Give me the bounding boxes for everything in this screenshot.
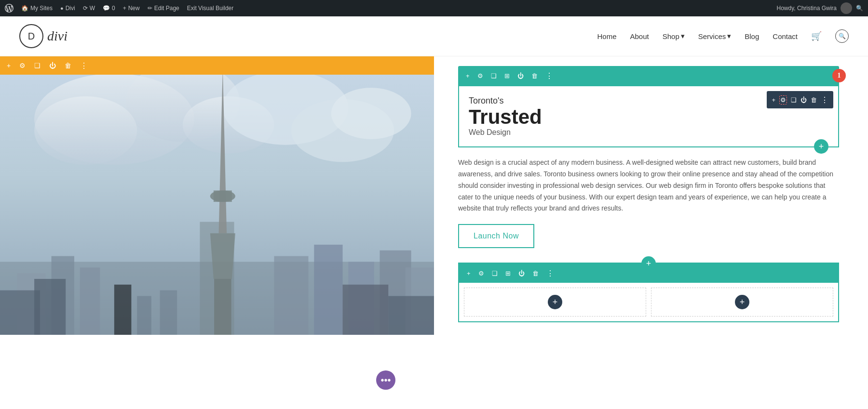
row-add-button[interactable]: + <box>5 61 13 70</box>
edit-page-link[interactable]: ✏ Edit Page <box>148 5 179 12</box>
admin-bar: 🏠 My Sites ● Divi ⟳ W 💬 0 + New ✏ Edit P… <box>0 0 868 16</box>
admin-bar-right: Howdy, Christina Gwira 🔍 <box>777 2 863 14</box>
dots-module-icon: ⋮ <box>821 95 828 105</box>
svg-point-3 <box>34 96 137 165</box>
row-toolbar-orange: + ⚙ ❑ ⏻ 🗑 ⋮ <box>0 56 434 75</box>
gear-btm-icon: ⚙ <box>478 270 484 277</box>
launch-now-button[interactable]: Launch Now <box>458 224 534 248</box>
floating-menu-button[interactable]: ••• <box>376 370 395 390</box>
module-trash-button[interactable]: 🗑 <box>811 96 817 104</box>
module-more-button[interactable]: ⋮ <box>821 95 828 105</box>
svg-rect-15 <box>214 190 232 202</box>
module-settings-button[interactable]: ⚙ <box>779 95 787 105</box>
plus-col2-icon: + <box>740 297 745 307</box>
dots-btm-icon: ⋮ <box>546 269 554 278</box>
teal-copy-button[interactable]: ❑ <box>489 71 499 80</box>
house-icon: 🏠 <box>21 5 28 12</box>
site-logo[interactable]: D divi <box>19 24 68 48</box>
teal-power-button[interactable]: ⏻ <box>515 71 526 80</box>
nav-search-button[interactable]: 🔍 <box>835 29 849 43</box>
grid-btm-icon: ⊞ <box>505 270 511 277</box>
nav-about[interactable]: About <box>630 32 649 40</box>
cart-icon[interactable]: 🛒 <box>811 31 822 41</box>
copy-module-icon: ❑ <box>791 96 797 104</box>
module-copy-button[interactable]: ❑ <box>791 96 797 104</box>
nav-services[interactable]: Services ▾ <box>698 32 732 40</box>
row-clone-button[interactable]: ❑ <box>32 61 42 70</box>
nav-blog[interactable]: Blog <box>745 32 759 40</box>
plus-module-icon: + <box>772 96 775 104</box>
right-section: + ⚙ ❑ ⊞ ⏻ 🗑 ⋮ <box>434 56 868 409</box>
comment-icon: 💬 <box>103 5 110 12</box>
site-navigation: Home About Shop ▾ Services ▾ Blog Contac… <box>597 29 849 43</box>
chevron-down-services-icon: ▾ <box>727 32 731 40</box>
exit-visual-builder[interactable]: Exit Visual Builder <box>187 5 234 12</box>
my-sites-menu[interactable]: 🏠 My Sites <box>21 5 53 12</box>
btm-copy-button[interactable]: ❑ <box>490 269 500 278</box>
add-row-top-button[interactable]: + <box>641 256 656 271</box>
search-icon: 🔍 <box>839 33 846 40</box>
section-row-wrapper: + ⚙ ❑ ⊞ ⏻ 🗑 ⋮ <box>458 66 839 147</box>
dots-icon: ⋮ <box>80 61 88 70</box>
row-settings-button[interactable]: ⚙ <box>17 61 27 70</box>
btm-more-button[interactable]: ⋮ <box>544 268 556 279</box>
svg-rect-29 <box>137 296 151 335</box>
add-col1-button[interactable]: + <box>548 295 562 309</box>
teal-grid-button[interactable]: ⊞ <box>502 71 512 80</box>
bottom-col-2: + <box>651 288 833 317</box>
svg-rect-30 <box>160 290 177 335</box>
teal-more-button[interactable]: ⋮ <box>543 70 555 81</box>
trash-module-icon: 🗑 <box>811 96 817 104</box>
floating-plus-button[interactable]: ••• <box>376 370 395 390</box>
logo-circle: D <box>19 24 43 48</box>
module-power-button[interactable]: ⏻ <box>800 96 807 104</box>
plus-icon: + <box>7 62 11 69</box>
btm-trash-button[interactable]: 🗑 <box>530 269 541 278</box>
nav-shop[interactable]: Shop ▾ <box>663 32 685 40</box>
power-module-icon: ⏻ <box>800 96 807 104</box>
gear-teal-icon: ⚙ <box>477 72 483 79</box>
btm-add-button[interactable]: + <box>465 269 473 278</box>
trash-teal-icon: 🗑 <box>531 72 538 79</box>
power-teal-icon: ⏻ <box>517 72 524 79</box>
svg-rect-25 <box>343 285 389 335</box>
dots-teal-icon: ⋮ <box>545 71 553 80</box>
svg-point-7 <box>331 88 411 139</box>
teal-add-button[interactable]: + <box>464 71 472 80</box>
nav-contact[interactable]: Contact <box>773 32 798 40</box>
module-add-button[interactable]: + <box>772 96 775 104</box>
row-more-button[interactable]: ⋮ <box>78 60 90 71</box>
new-menu[interactable]: + New <box>123 5 140 12</box>
wp-logo[interactable] <box>5 4 14 13</box>
user-greeting: Howdy, Christina Gwira <box>777 5 837 12</box>
updates-indicator[interactable]: ⟳ W <box>83 5 95 12</box>
power-icon: ⏻ <box>49 62 56 69</box>
svg-rect-26 <box>388 296 434 335</box>
add-module-button[interactable]: + <box>814 139 828 154</box>
grid-teal-icon: ⊞ <box>504 72 510 79</box>
comments-indicator[interactable]: 💬 0 <box>103 5 115 12</box>
search-icon-admin[interactable]: 🔍 <box>856 5 863 12</box>
divi-site-icon: ● <box>60 5 64 11</box>
teal-settings-button[interactable]: ⚙ <box>475 71 485 80</box>
site-name[interactable]: ● Divi <box>60 5 75 12</box>
btm-power-button[interactable]: ⏻ <box>516 269 527 278</box>
trash-btm-icon: 🗑 <box>532 270 539 277</box>
left-section: + ⚙ ❑ ⏻ 🗑 ⋮ <box>0 56 434 409</box>
btm-grid-button[interactable]: ⊞ <box>503 269 513 278</box>
nav-home[interactable]: Home <box>597 32 616 40</box>
svg-rect-23 <box>0 290 40 335</box>
teal-toolbar-top: + ⚙ ❑ ⊞ ⏻ 🗑 ⋮ <box>458 66 839 85</box>
row-power-button[interactable]: ⏻ <box>47 61 58 70</box>
row-delete-button[interactable]: 🗑 <box>63 61 73 70</box>
plus-col1-icon: + <box>553 297 558 307</box>
web-design-label: Web Design <box>469 128 828 137</box>
copy-teal-icon: ❑ <box>491 72 497 79</box>
btm-settings-button[interactable]: ⚙ <box>476 269 486 278</box>
teal-trash-button[interactable]: 🗑 <box>529 71 540 80</box>
notification-badge: 1 <box>832 69 846 82</box>
dots-floating-icon: ••• <box>380 375 391 386</box>
add-col2-button[interactable]: + <box>735 295 749 309</box>
bottom-row-section: + + ⚙ ❑ ⊞ ⏻ 🗑 <box>458 263 839 322</box>
plus-row-top-icon: + <box>646 259 651 269</box>
